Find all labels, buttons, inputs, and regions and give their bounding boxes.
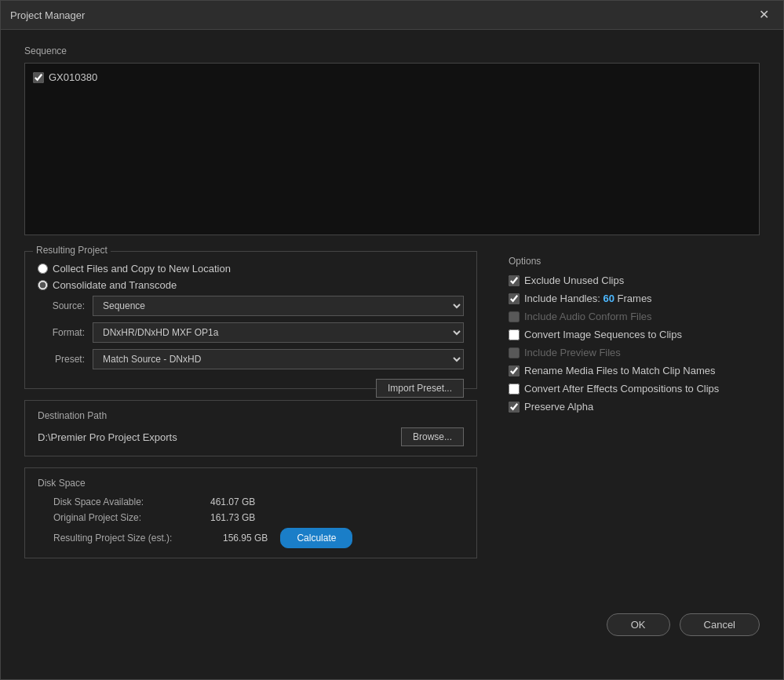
disk-original-row: Original Project Size: 161.73 GB bbox=[38, 512, 464, 523]
consolidate-radio-row: Consolidate and Transcode bbox=[38, 279, 464, 291]
exclude-unused-row: Exclude Unused Clips bbox=[509, 275, 760, 286]
include-preview-checkbox[interactable] bbox=[509, 347, 520, 358]
include-audio-checkbox[interactable] bbox=[509, 311, 520, 322]
title-bar: Project Manager ✕ bbox=[1, 1, 783, 30]
preserve-alpha-label: Preserve Alpha bbox=[524, 401, 593, 413]
disk-available-value: 461.07 GB bbox=[210, 496, 255, 507]
left-column: Resulting Project Collect Files and Copy… bbox=[24, 251, 477, 569]
calculate-button[interactable]: Calculate bbox=[280, 528, 352, 548]
include-preview-row: Include Preview Files bbox=[509, 347, 760, 358]
cancel-button[interactable]: Cancel bbox=[680, 613, 760, 636]
dialog-content: Sequence GX010380 Resulting Project Coll… bbox=[1, 30, 783, 601]
destination-path-text: D:\Premier Pro Project Exports bbox=[38, 431, 177, 443]
sequence-checkbox[interactable] bbox=[33, 72, 44, 83]
sequence-item-label: GX010380 bbox=[49, 71, 97, 83]
resulting-project-section: Resulting Project Collect Files and Copy… bbox=[24, 251, 477, 389]
format-select[interactable]: DNxHR/DNxHD MXF OP1a bbox=[93, 322, 464, 343]
ok-button[interactable]: OK bbox=[607, 613, 670, 636]
options-label: Options bbox=[509, 256, 760, 267]
include-handles-checkbox[interactable] bbox=[509, 293, 520, 304]
preset-label: Preset: bbox=[38, 354, 85, 365]
dialog-title: Project Manager bbox=[10, 9, 85, 21]
handles-frames-value: 60 bbox=[603, 293, 614, 304]
source-select[interactable]: Sequence bbox=[93, 296, 464, 316]
sequence-label: Sequence bbox=[24, 45, 760, 56]
project-manager-dialog: Project Manager ✕ Sequence GX010380 Resu… bbox=[0, 0, 784, 680]
exclude-unused-checkbox[interactable] bbox=[509, 275, 520, 286]
resulting-project-label: Resulting Project bbox=[33, 245, 111, 256]
preset-row: Preset: Match Source - DNxHD bbox=[38, 349, 464, 369]
include-audio-label: Include Audio Conform Files bbox=[524, 311, 652, 322]
disk-original-label: Original Project Size: bbox=[53, 512, 210, 523]
preserve-alpha-checkbox[interactable] bbox=[509, 402, 520, 413]
right-column: Options Exclude Unused Clips Include Han… bbox=[509, 251, 760, 569]
include-audio-row: Include Audio Conform Files bbox=[509, 311, 760, 322]
source-label: Source: bbox=[38, 300, 85, 311]
disk-resulting-row: Resulting Project Size (est.): 156.95 GB… bbox=[38, 528, 464, 548]
convert-image-checkbox[interactable] bbox=[509, 329, 520, 340]
format-row: Format: DNxHR/DNxHD MXF OP1a bbox=[38, 322, 464, 343]
preserve-alpha-row: Preserve Alpha bbox=[509, 401, 760, 413]
destination-path-label: Destination Path bbox=[38, 410, 464, 421]
bottom-buttons: OK Cancel bbox=[1, 601, 783, 655]
include-preview-label: Include Preview Files bbox=[524, 347, 621, 358]
destination-path-section: Destination Path D:\Premier Pro Project … bbox=[24, 400, 477, 456]
disk-available-row: Disk Space Available: 461.07 GB bbox=[38, 496, 464, 507]
collect-label: Collect Files and Copy to New Location bbox=[53, 263, 231, 275]
two-column-layout: Resulting Project Collect Files and Copy… bbox=[24, 251, 760, 569]
disk-space-label: Disk Space bbox=[38, 478, 464, 489]
format-label: Format: bbox=[38, 327, 85, 338]
close-button[interactable]: ✕ bbox=[754, 7, 774, 23]
disk-space-section: Disk Space Disk Space Available: 461.07 … bbox=[24, 467, 477, 558]
disk-resulting-value: 156.95 GB bbox=[223, 533, 268, 544]
disk-resulting-label: Resulting Project Size (est.): bbox=[53, 533, 210, 544]
sequence-box: GX010380 bbox=[24, 63, 760, 235]
include-handles-label: Include Handles: 60 Frames bbox=[524, 293, 652, 304]
exclude-unused-label: Exclude Unused Clips bbox=[524, 275, 624, 286]
consolidate-label: Consolidate and Transcode bbox=[53, 279, 177, 291]
preset-select[interactable]: Match Source - DNxHD bbox=[93, 349, 464, 369]
destination-path-row: D:\Premier Pro Project Exports Browse... bbox=[38, 427, 464, 446]
disk-original-value: 161.73 GB bbox=[210, 512, 255, 523]
consolidate-radio[interactable] bbox=[38, 280, 48, 290]
include-handles-row: Include Handles: 60 Frames bbox=[509, 293, 760, 304]
browse-button[interactable]: Browse... bbox=[401, 427, 464, 446]
source-row: Source: Sequence bbox=[38, 296, 464, 316]
rename-media-label: Rename Media Files to Match Clip Names bbox=[524, 365, 715, 376]
convert-ae-label: Convert After Effects Compositions to Cl… bbox=[524, 383, 719, 395]
sequence-item: GX010380 bbox=[33, 71, 751, 83]
convert-ae-checkbox[interactable] bbox=[509, 384, 520, 395]
convert-image-label: Convert Image Sequences to Clips bbox=[524, 329, 682, 340]
convert-ae-row: Convert After Effects Compositions to Cl… bbox=[509, 383, 760, 395]
disk-available-label: Disk Space Available: bbox=[53, 496, 210, 507]
options-section: Options Exclude Unused Clips Include Han… bbox=[509, 251, 760, 413]
rename-media-row: Rename Media Files to Match Clip Names bbox=[509, 365, 760, 376]
import-preset-button[interactable]: Import Preset... bbox=[376, 379, 464, 398]
rename-media-checkbox[interactable] bbox=[509, 365, 520, 376]
convert-image-row: Convert Image Sequences to Clips bbox=[509, 329, 760, 340]
frames-suffix: Frames bbox=[618, 293, 652, 304]
collect-radio-row: Collect Files and Copy to New Location bbox=[38, 263, 464, 275]
collect-radio[interactable] bbox=[38, 264, 48, 274]
